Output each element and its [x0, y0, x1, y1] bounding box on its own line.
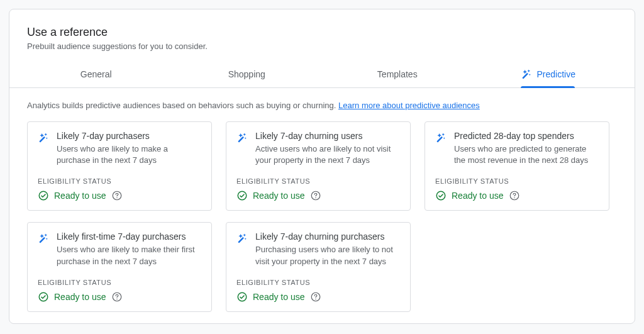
- card-likely-7day-purchasers[interactable]: Likely 7-day purchasers Users who are li…: [27, 121, 212, 211]
- wand-icon: [38, 132, 49, 143]
- page-title: Use a reference: [27, 26, 617, 39]
- help-icon[interactable]: [509, 190, 520, 201]
- check-circle-icon: [38, 190, 49, 201]
- wand-icon: [38, 233, 49, 244]
- cards-grid: Likely 7-day purchasers Users who are li…: [27, 121, 617, 312]
- help-icon[interactable]: [310, 291, 321, 303]
- card-desc: Users who are likely to make a purchase …: [57, 143, 201, 166]
- card-desc: Users who are predicted to generate the …: [454, 143, 599, 166]
- card-title: Likely 7-day churning purchasers: [255, 231, 400, 242]
- tabs-bar: General Shopping Templates Predictive: [9, 62, 635, 88]
- status-text: Ready to use: [253, 191, 305, 201]
- eligibility-label: ELIGIBILITY STATUS: [435, 177, 599, 185]
- tab-templates[interactable]: Templates: [322, 62, 473, 87]
- help-icon[interactable]: [111, 291, 123, 303]
- status-text: Ready to use: [452, 191, 504, 201]
- learn-more-link[interactable]: Learn more about predictive audiences: [338, 101, 480, 110]
- wand-icon: [521, 69, 532, 80]
- wand-icon: [236, 233, 248, 244]
- status-text: Ready to use: [253, 292, 305, 302]
- tab-predictive[interactable]: Predictive: [473, 62, 624, 87]
- card-likely-7day-churning-users[interactable]: Likely 7-day churning users Active users…: [226, 121, 411, 211]
- eligibility-label: ELIGIBILITY STATUS: [236, 279, 400, 286]
- help-icon[interactable]: [111, 190, 123, 201]
- status-text: Ready to use: [54, 191, 106, 201]
- tab-general[interactable]: General: [21, 62, 172, 87]
- check-circle-icon: [236, 190, 248, 201]
- card-title: Likely 7-day churning users: [255, 131, 400, 141]
- check-circle-icon: [38, 291, 49, 303]
- wand-icon: [236, 132, 248, 143]
- tab-label: Predictive: [537, 69, 575, 79]
- card-title: Predicted 28-day top spenders: [454, 131, 599, 141]
- card-title: Likely 7-day purchasers: [57, 131, 201, 141]
- page-subtitle: Prebuilt audience suggestions for you to…: [27, 42, 617, 51]
- reference-panel: Use a reference Prebuilt audience sugges…: [9, 9, 635, 324]
- tab-label: Templates: [377, 69, 418, 79]
- tab-shopping[interactable]: Shopping: [172, 62, 323, 87]
- check-circle-icon: [236, 291, 248, 303]
- card-desc: Purchasing users who are likely to not v…: [255, 244, 400, 267]
- eligibility-label: ELIGIBILITY STATUS: [38, 177, 201, 185]
- card-predicted-28day-top-spenders[interactable]: Predicted 28-day top spenders Users who …: [425, 121, 609, 211]
- card-likely-first-time-7day-purchasers[interactable]: Likely first-time 7-day purchasers Users…: [27, 222, 212, 311]
- status-text: Ready to use: [54, 292, 106, 302]
- eligibility-label: ELIGIBILITY STATUS: [38, 279, 201, 286]
- info-text: Analytics builds predictive audiences ba…: [27, 101, 617, 110]
- tab-label: Shopping: [228, 69, 265, 79]
- eligibility-label: ELIGIBILITY STATUS: [236, 177, 400, 185]
- help-icon[interactable]: [310, 190, 321, 201]
- wand-icon: [435, 132, 447, 143]
- check-circle-icon: [435, 190, 447, 201]
- card-desc: Active users who are likely to not visit…: [255, 143, 400, 166]
- tab-label: General: [80, 69, 112, 79]
- card-title: Likely first-time 7-day purchasers: [57, 231, 201, 242]
- card-desc: Users who are likely to make their first…: [57, 244, 201, 267]
- card-likely-7day-churning-purchasers[interactable]: Likely 7-day churning purchasers Purchas…: [226, 222, 411, 311]
